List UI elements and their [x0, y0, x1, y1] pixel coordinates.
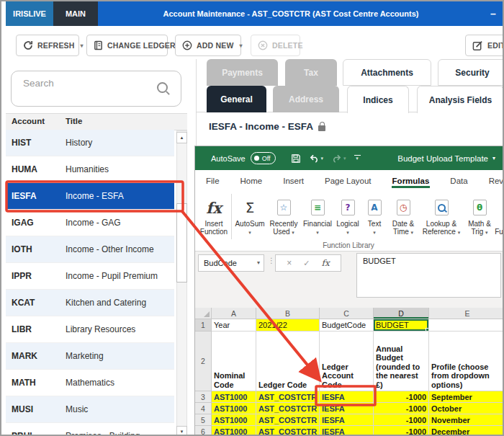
cell-A4[interactable]: AST1000 [212, 403, 256, 414]
edit-button[interactable]: EDIT [465, 35, 504, 56]
cell-C2[interactable]: Ledger Account Code [320, 332, 374, 391]
workbook-name[interactable]: Budget Upload Template▾ [397, 154, 495, 163]
tab-general[interactable]: General [207, 86, 266, 112]
row-header-3[interactable]: 3 [195, 391, 212, 403]
change-ledger-button[interactable]: CHANGE LEDGER [86, 35, 168, 56]
row-header-1[interactable]: 1 [195, 319, 212, 332]
irislive-tab[interactable]: IRISLIVE [6, 1, 53, 26]
cell-B3[interactable]: AST_COSTCTR [256, 391, 320, 403]
list-scrollbar[interactable] [176, 130, 187, 435]
tab-attachments[interactable]: Attachments [343, 59, 431, 86]
scroll-down-button[interactable]: ▼ [176, 426, 187, 436]
cell-D5[interactable]: -1000 [374, 414, 429, 426]
account-list-item[interactable]: IPPR Income - Pupil Premium [6, 263, 174, 290]
ribbon-tab-file[interactable]: File [205, 173, 220, 188]
cell-A6[interactable]: AST1000 [212, 426, 256, 436]
cell-B6[interactable]: AST_COSTCTR [256, 426, 320, 436]
cell-C5[interactable]: IESFA [320, 414, 374, 426]
cell-B2[interactable]: Ledger Code [256, 332, 320, 391]
account-list-item[interactable]: IOTH Income - Other Income [6, 236, 174, 263]
scrollbar-thumb[interactable] [176, 203, 187, 282]
cancel-entry-icon[interactable]: × [287, 258, 292, 268]
cell-D2[interactable]: Annual Budget (rounded to the nearest £) [374, 332, 429, 391]
account-code: MATH [6, 378, 66, 388]
delete-button[interactable]: DELETE [251, 35, 300, 56]
account-list-item[interactable]: MATH Mathematics [6, 370, 174, 396]
cell-D1[interactable]: BUDGET [374, 319, 429, 332]
column-header-A[interactable]: A [212, 308, 256, 319]
cell-C4[interactable]: IESFA [320, 403, 374, 414]
cell-A5[interactable]: AST1000 [212, 414, 256, 426]
cell-D3[interactable]: -1000 [374, 391, 429, 403]
cell-A1[interactable]: Year [212, 319, 256, 332]
add-new-button[interactable]: ADD NEW▾ [175, 35, 241, 56]
cell-B4[interactable]: AST_COSTCTR [256, 403, 320, 414]
formula-bar[interactable]: BUDGET [356, 253, 501, 298]
cell-D4[interactable]: -1000 [374, 403, 429, 414]
ribbon-tab-home[interactable]: Home [240, 173, 264, 188]
cell-E4[interactable]: October [429, 403, 504, 414]
account-list-item[interactable]: PBUI Premises - Building [6, 423, 174, 436]
scroll-up-button[interactable]: ▲ [176, 132, 187, 143]
window-title: Account Maintenance - AST_COSTCTR (AST C… [98, 1, 484, 26]
account-list-item[interactable]: IGAG Income - GAG [6, 210, 174, 236]
row-header-4[interactable]: 4 [195, 403, 212, 414]
cell-A2[interactable]: Nominal Code [212, 332, 256, 391]
plus-circle-icon [182, 40, 192, 50]
main-tab[interactable]: MAIN [53, 1, 98, 26]
save-icon [291, 154, 301, 164]
cell-C1[interactable]: BudgetCode [320, 319, 374, 332]
ribbon-tab-data[interactable]: Data [449, 173, 468, 188]
account-code: IOTH [6, 244, 66, 254]
autosave-label: AutoSave [211, 154, 246, 163]
ribbon-tab-formulas[interactable]: Formulas [392, 173, 431, 188]
cell-C3[interactable]: IESFA [320, 391, 374, 403]
row-header-2[interactable]: 2 [195, 332, 212, 391]
cell-B5[interactable]: AST_COSTCTR [256, 414, 320, 426]
minimize-button[interactable]: – [484, 1, 503, 26]
account-list-item[interactable]: IESFA Income - ESFA [6, 183, 174, 210]
refresh-button[interactable]: REFRESH▾ [16, 35, 79, 56]
search-icon [157, 82, 168, 93]
row-header-5[interactable]: 5 [195, 414, 212, 426]
name-box-caret-icon: ▾ [257, 255, 260, 271]
account-list-item[interactable]: MUSI Music [6, 396, 174, 423]
insert-function-icon[interactable]: fx [322, 258, 330, 268]
cell-E2[interactable]: Profile (choose from dropdown options) [429, 332, 504, 391]
cell-E6[interactable]: December [429, 426, 504, 436]
save-button[interactable] [291, 154, 301, 164]
account-list-item[interactable]: MARK Marketing [6, 343, 174, 370]
cell-E5[interactable]: November [429, 414, 504, 426]
spreadsheet-grid[interactable]: ABCDE1Year2021/22BudgetCodeBUDGET2Nomina… [195, 308, 504, 436]
account-list-item[interactable]: LIBR Library Resources [6, 316, 174, 343]
cell-A3[interactable]: AST1000 [212, 391, 256, 403]
undo-button[interactable]: ▾ [309, 154, 324, 163]
tab-indices[interactable]: Indices [347, 86, 409, 113]
column-header-B[interactable]: B [256, 308, 320, 319]
ribbon-tab-insert[interactable]: Insert [282, 173, 305, 188]
ribbon-tab-review[interactable]: Review [488, 173, 504, 188]
confirm-entry-icon[interactable]: ✓ [303, 259, 310, 268]
row-header-6[interactable]: 6 [195, 426, 212, 436]
cell-D6[interactable]: -1000 [374, 426, 429, 436]
customize-toolbar-button[interactable]: ▾ [354, 155, 361, 161]
column-header-E[interactable]: E [429, 308, 504, 319]
cell-B1[interactable]: 2021/22 [256, 319, 320, 332]
cell-C6[interactable]: IESFA [320, 426, 374, 436]
account-code: LIBR [6, 324, 66, 334]
account-title: History [66, 138, 174, 148]
column-header-C[interactable]: C [320, 308, 374, 319]
account-list-item[interactable]: HUMA Humanities [6, 156, 174, 183]
tab-analysis-fields[interactable]: Analysis Fields [417, 86, 504, 113]
autosave-toggle[interactable]: Off [251, 152, 276, 164]
cell-E1[interactable] [429, 319, 504, 332]
name-box[interactable]: BudCode▾ [198, 254, 264, 272]
search-input[interactable] [22, 77, 154, 89]
account-list-item[interactable]: HIST History [6, 130, 174, 156]
tab-security[interactable]: Security [438, 59, 504, 86]
select-all-button[interactable] [195, 308, 212, 319]
ribbon-tab-page-layout[interactable]: Page Layout [324, 173, 372, 188]
cell-E3[interactable]: September [429, 391, 504, 403]
account-list-item[interactable]: KCAT Kitchen and Catering [6, 290, 174, 316]
column-header-D[interactable]: D [374, 308, 429, 319]
